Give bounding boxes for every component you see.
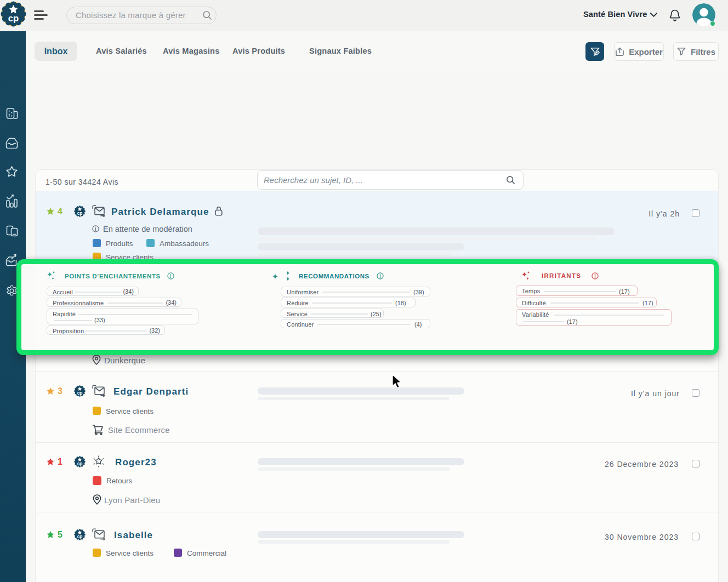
svg-text:cp: cp [8,13,19,24]
